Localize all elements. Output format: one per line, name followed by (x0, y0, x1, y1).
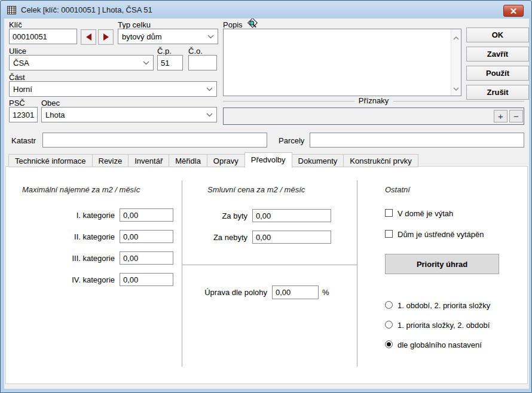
tab-revize[interactable]: Revize (92, 154, 129, 167)
radio-globalni-nastaveni-label: dle globálního nastavení (398, 341, 482, 349)
za-byty-input[interactable] (252, 209, 331, 222)
popis-scrollbar[interactable] (451, 29, 461, 96)
column-divider (182, 180, 182, 367)
parcely-input[interactable] (310, 133, 524, 148)
priznaky-group-divider: Příznaky (223, 101, 524, 102)
kategorie-3-input[interactable] (120, 251, 173, 265)
za-nebyty-input[interactable] (252, 231, 331, 244)
typ-celku-value: bytový dům (122, 32, 161, 41)
chevron-down-icon[interactable] (453, 82, 459, 93)
cp-input[interactable] (157, 55, 183, 70)
pouzit-button[interactable]: Použít (466, 66, 529, 81)
building-icon (7, 6, 16, 14)
za-byty-label: Za byty (188, 212, 247, 220)
tab-opravy[interactable]: Opravy (207, 154, 245, 167)
vytapen-label: Dům je ústředně vytápěn (398, 231, 484, 239)
chevron-down-icon (206, 113, 213, 117)
column-divider (357, 180, 357, 367)
priznaky-field (223, 108, 524, 125)
kategorie-4-input[interactable] (120, 273, 173, 286)
popis-textarea[interactable] (223, 29, 461, 96)
co-label: Č.o. (188, 47, 203, 56)
uprava-dle-polohy-label: Úprava dle polohy (184, 288, 267, 297)
vytah-label: V domě je výtah (398, 210, 453, 218)
next-record-button[interactable] (98, 29, 114, 45)
priority-uhrad-button[interactable]: Priority úhrad (385, 254, 499, 274)
katastr-label: Katastr (11, 137, 36, 145)
kategorie-4-label: IV. kategorie (43, 276, 115, 284)
klic-input[interactable] (9, 29, 77, 44)
smluvni-cena-heading: Smluvní cena za m2 / měsíc (207, 185, 305, 194)
tab-strip: Technické informace Revize Inventář Měři… (8, 152, 418, 167)
radio-obdobi-priorita[interactable] (385, 301, 393, 309)
co-input[interactable] (188, 55, 217, 70)
dialog-window: Celek [klíč: 00010051 ] Lhota, ČSA 51 Kl… (0, 0, 532, 393)
prev-record-button[interactable] (81, 29, 96, 45)
triangle-left-icon (86, 33, 91, 41)
kategorie-2-label: II. kategorie (43, 233, 115, 241)
psc-input[interactable] (9, 107, 38, 122)
vytapen-checkbox[interactable] (385, 230, 393, 238)
ulice-value: ČSA (13, 59, 29, 67)
section-divider (182, 265, 357, 265)
cast-value: Horní (13, 85, 32, 94)
popis-text (224, 29, 451, 96)
percent-suffix: % (322, 288, 334, 297)
typ-celku-label: Typ celku (118, 21, 151, 29)
cp-label: Č.p. (157, 47, 172, 56)
psc-label: PSČ (9, 99, 25, 108)
uprava-dle-polohy-input[interactable] (272, 285, 319, 299)
radio-globalni-nastaveni[interactable] (385, 340, 393, 348)
za-nebyty-label: Za nebyty (188, 234, 247, 242)
radio-priorita-obdobi-label: 1. priorita složky, 2. období (398, 321, 490, 330)
chevron-up-icon[interactable] (453, 32, 459, 42)
ulice-select[interactable]: ČSA (9, 55, 154, 70)
parcely-label: Parcely (279, 137, 304, 145)
chevron-down-icon (207, 35, 214, 39)
zavrit-button[interactable]: Zavřít (466, 47, 529, 62)
tab-inventar[interactable]: Inventář (128, 154, 169, 167)
tab-predvolby[interactable]: Předvolby (244, 152, 292, 168)
typ-celku-select[interactable]: bytový dům (118, 29, 218, 44)
zrusit-button[interactable]: Zrušit (466, 85, 529, 100)
chevron-down-icon (143, 61, 149, 65)
obec-value: Lhota (45, 110, 65, 119)
triangle-right-icon (103, 33, 109, 41)
priznaky-group-label: Příznaky (354, 96, 393, 105)
ok-button[interactable]: OK (466, 27, 529, 42)
ostatni-heading: Ostatní (385, 185, 410, 194)
tab-technicke-informace[interactable]: Technické informace (8, 154, 93, 167)
max-najemne-heading: Maximální nájemné za m2 / měsíc (22, 185, 140, 194)
katastr-input[interactable] (42, 133, 267, 148)
dialog-content: Klíč Typ celku bytový dům Ulice ČSA Č.p.… (4, 19, 529, 389)
kategorie-2-input[interactable] (120, 230, 173, 243)
kategorie-1-label: I. kategorie (43, 211, 115, 220)
obec-label: Obec (41, 99, 60, 108)
radio-dot (387, 342, 391, 346)
kategorie-3-label: III. kategorie (43, 254, 115, 263)
close-button[interactable] (503, 5, 524, 17)
ulice-label: Ulice (9, 47, 26, 56)
cast-select[interactable]: Horní (9, 81, 217, 97)
tab-meridla[interactable]: Měřidla (169, 154, 207, 167)
priznaky-remove-button[interactable]: − (509, 110, 523, 122)
close-icon (510, 5, 516, 16)
radio-priorita-obdobi[interactable] (385, 321, 393, 328)
predvolby-panel: Maximální nájemné za m2 / měsíc I. kateg… (5, 166, 528, 384)
window-title: Celek [klíč: 00010051 ] Lhota, ČSA 51 (21, 5, 152, 14)
vytah-checkbox[interactable] (385, 209, 393, 217)
tab-dokumenty[interactable]: Dokumenty (292, 154, 344, 167)
radio-obdobi-priorita-label: 1. období, 2. priorita složky (398, 302, 490, 310)
title-bar: Celek [klíč: 00010051 ] Lhota, ČSA 51 (1, 1, 531, 19)
priznaky-add-button[interactable]: + (494, 110, 507, 122)
kategorie-1-input[interactable] (120, 208, 173, 222)
tab-konstrukcni-prvky[interactable]: Konstrukční prvky (343, 154, 418, 167)
popis-label: Popis (223, 21, 243, 29)
obec-select[interactable]: Lhota (41, 107, 217, 122)
klic-label: Klíč (9, 21, 22, 29)
chevron-down-icon (206, 87, 213, 91)
cast-label: Část (9, 73, 25, 82)
